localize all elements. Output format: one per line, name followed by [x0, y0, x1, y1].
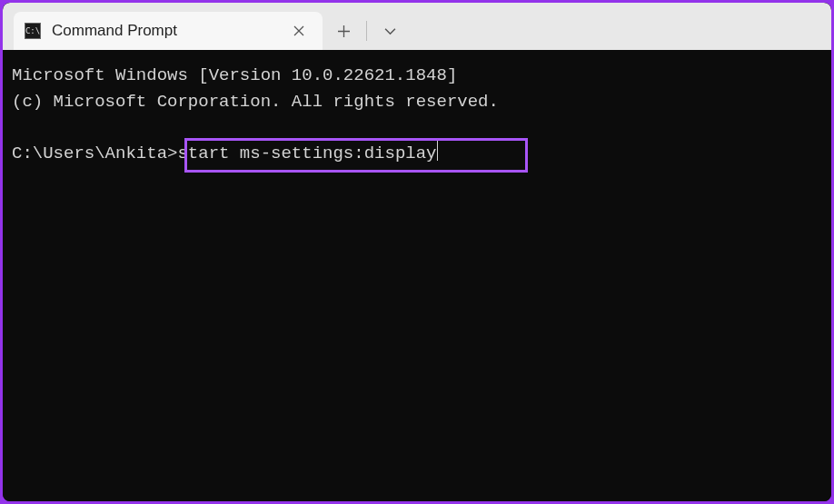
- chevron-down-icon: [384, 25, 396, 37]
- command-input[interactable]: start ms-settings:display: [177, 141, 436, 167]
- tab-close-button[interactable]: [288, 20, 310, 42]
- prompt-row: C:\Users\Ankita>start ms-settings:displa…: [12, 141, 822, 167]
- tab-actions: [323, 12, 411, 50]
- command-prompt-window: C:\ Command Prompt: [3, 3, 831, 501]
- plus-icon: [338, 25, 350, 37]
- blank-line: [12, 114, 822, 141]
- tab-title: Command Prompt: [52, 22, 277, 40]
- titlebar: C:\ Command Prompt: [3, 3, 831, 50]
- terminal-area[interactable]: Microsoft Windows [Version 10.0.22621.18…: [3, 50, 831, 501]
- divider: [366, 21, 367, 41]
- prompt-path: C:\Users\Ankita>: [12, 141, 177, 167]
- new-tab-button[interactable]: [323, 12, 364, 50]
- tab-active[interactable]: C:\ Command Prompt: [14, 12, 323, 50]
- version-line: Microsoft Windows [Version 10.0.22621.18…: [12, 63, 822, 89]
- cmd-icon: C:\: [25, 23, 41, 39]
- tab-dropdown-button[interactable]: [369, 12, 411, 50]
- text-cursor: [437, 141, 438, 161]
- close-icon: [293, 25, 304, 36]
- copyright-line: (c) Microsoft Corporation. All rights re…: [12, 89, 822, 115]
